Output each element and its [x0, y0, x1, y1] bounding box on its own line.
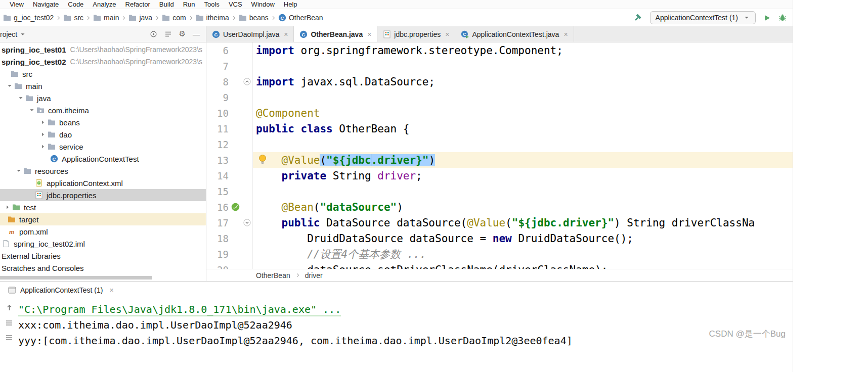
chevron-right-icon[interactable]: [38, 119, 47, 126]
line-number[interactable]: 8: [206, 76, 229, 87]
tree-item-target[interactable]: target: [0, 213, 206, 225]
tab-jdbc.properties[interactable]: jdbc.properties×: [377, 26, 455, 42]
tree-item-test[interactable]: test: [0, 201, 206, 213]
close-icon[interactable]: ×: [284, 30, 288, 38]
settings-icon[interactable]: ⚙: [179, 30, 186, 38]
gutter[interactable]: 7: [206, 58, 253, 74]
tree-item-spring_ioc_test01[interactable]: spring_ioc_test01C:\Users\haohao\SpringF…: [0, 43, 206, 56]
line-number[interactable]: 6: [206, 45, 229, 56]
gutter[interactable]: 9: [206, 89, 253, 105]
code-line-11[interactable]: 11public class OtherBean {: [206, 121, 793, 136]
breadcrumb-item-main[interactable]: main: [92, 13, 120, 22]
tab-UserDaoImpl.java[interactable]: CUserDaoImpl.java×: [206, 26, 294, 42]
line-number[interactable]: 18: [206, 233, 229, 244]
close-icon[interactable]: ×: [109, 286, 113, 294]
breadcrumb-item-itheima[interactable]: itheima: [195, 13, 230, 22]
tree-item-main[interactable]: main: [0, 80, 206, 92]
run-config-select[interactable]: ApplicationContextTest (1): [650, 11, 756, 24]
line-number[interactable]: 16: [206, 202, 229, 213]
fold-marker-icon[interactable]: [243, 78, 251, 85]
gutter[interactable]: 13: [206, 152, 253, 168]
breadcrumb-item-beans[interactable]: beans: [238, 13, 270, 22]
menu-navigate[interactable]: Navigate: [28, 1, 63, 8]
editor[interactable]: 6import org.springframework.stereotype.C…: [206, 42, 793, 281]
line-number[interactable]: 9: [206, 92, 229, 103]
line-number[interactable]: 13: [206, 155, 229, 166]
tree-item-spring_ioc_test02.iml[interactable]: spring_ioc_test02.iml: [0, 238, 206, 250]
tree-item-src[interactable]: src: [0, 68, 206, 80]
line-number[interactable]: 15: [206, 186, 229, 197]
intention-bulb-icon[interactable]: [258, 154, 267, 167]
chevron-down-icon[interactable]: [16, 95, 25, 102]
chevron-right-icon[interactable]: [38, 143, 47, 150]
menu-tools[interactable]: Tools: [200, 1, 224, 8]
code-line-17[interactable]: 17 public DataSource dataSource(@Value("…: [206, 215, 793, 230]
code-line-6[interactable]: 6import org.springframework.stereotype.C…: [206, 42, 793, 58]
gutter[interactable]: 17: [206, 215, 253, 230]
close-icon[interactable]: ×: [367, 30, 371, 38]
line-number[interactable]: 19: [206, 249, 229, 260]
tree-item-Scratches and Consoles[interactable]: Scratches and Consoles: [0, 262, 206, 274]
tree-item-service[interactable]: service: [0, 141, 206, 153]
gutter[interactable]: 6: [206, 42, 253, 58]
tab-OtherBean.java[interactable]: COtherBean.java×: [294, 26, 377, 42]
menu-analyze[interactable]: Analyze: [88, 1, 120, 8]
close-icon[interactable]: ×: [445, 30, 449, 38]
chevron-right-icon[interactable]: [38, 131, 47, 138]
list-lines-icon[interactable]: [6, 320, 13, 326]
menu-refactor[interactable]: Refactor: [121, 1, 155, 8]
tree-item-jdbc.properties[interactable]: jdbc.properties: [0, 189, 206, 201]
gutter[interactable]: 11: [206, 121, 253, 136]
tab-ApplicationContextTest.java[interactable]: CApplicationContextTest.java×: [455, 26, 574, 42]
code-line-15[interactable]: 15: [206, 183, 793, 199]
gutter[interactable]: 12: [206, 136, 253, 152]
chevron-down-icon[interactable]: [14, 167, 23, 174]
code-line-16[interactable]: 16 @Bean("dataSource"): [206, 199, 793, 215]
horizontal-scrollbar[interactable]: [0, 276, 152, 280]
code-line-10[interactable]: 10@Component: [206, 105, 793, 121]
tree-item-com.itheima[interactable]: com.itheima: [0, 104, 206, 116]
code-line-9[interactable]: 9: [206, 89, 793, 105]
code-line-19[interactable]: 19 //设置4个基本参数 ...: [206, 246, 793, 262]
gutter[interactable]: 18: [206, 230, 253, 246]
tree-item-spring_ioc_test02[interactable]: spring_ioc_test02C:\Users\haohao\SpringF…: [0, 56, 206, 68]
locate-icon[interactable]: [150, 30, 157, 38]
gutter[interactable]: 14: [206, 168, 253, 183]
tree-item-beans[interactable]: beans: [0, 116, 206, 128]
breadcrumb-item-OtherBean[interactable]: COtherBean: [277, 13, 324, 22]
gutter[interactable]: 20: [206, 262, 253, 269]
menu-build[interactable]: Build: [155, 1, 179, 8]
code-line-8[interactable]: 8import javax.sql.DataSource;: [206, 74, 793, 89]
chevron-down-icon[interactable]: [27, 107, 36, 114]
breadcrumb-item-src[interactable]: src: [62, 13, 84, 22]
line-number[interactable]: 14: [206, 170, 229, 181]
editor-breadcrumb-item-driver[interactable]: driver: [305, 271, 323, 280]
tree-item-pom.xml[interactable]: mpom.xml: [0, 225, 206, 238]
breadcrumb-item-g_ioc_test02[interactable]: g_ioc_test02: [2, 13, 55, 22]
menu-view[interactable]: View: [5, 1, 28, 8]
gutter[interactable]: 8: [206, 74, 253, 89]
editor-breadcrumb-item-OtherBean[interactable]: OtherBean: [256, 271, 290, 280]
run-button[interactable]: [763, 14, 771, 22]
code-line-7[interactable]: 7: [206, 58, 793, 74]
gutter[interactable]: 10: [206, 105, 253, 121]
code-line-14[interactable]: 14 private String driver;: [206, 168, 793, 183]
code-line-20[interactable]: 20 dataSource.setDriverClassName(driverC…: [206, 262, 793, 269]
line-number[interactable]: 7: [206, 61, 229, 72]
gutter[interactable]: 16: [206, 199, 253, 215]
line-number[interactable]: 11: [206, 123, 229, 134]
line-number[interactable]: 20: [206, 264, 229, 269]
tree-item-java[interactable]: java: [0, 92, 206, 104]
list-lines-icon[interactable]: [6, 335, 13, 341]
line-number[interactable]: 17: [206, 217, 229, 228]
menu-run[interactable]: Run: [179, 1, 200, 8]
code-line-18[interactable]: 18 DruidDataSource dataSource = new Drui…: [206, 230, 793, 246]
line-number[interactable]: 12: [206, 139, 229, 150]
run-tab[interactable]: ApplicationContextTest (1) ×: [8, 286, 114, 294]
menu-window[interactable]: Window: [247, 1, 279, 8]
line-number[interactable]: 10: [206, 108, 229, 119]
tree-item-External Libraries[interactable]: External Libraries: [0, 250, 206, 262]
code-area[interactable]: 6import org.springframework.stereotype.C…: [206, 42, 793, 269]
menu-vcs[interactable]: VCS: [224, 1, 247, 8]
project-panel-title[interactable]: roject: [0, 30, 26, 38]
